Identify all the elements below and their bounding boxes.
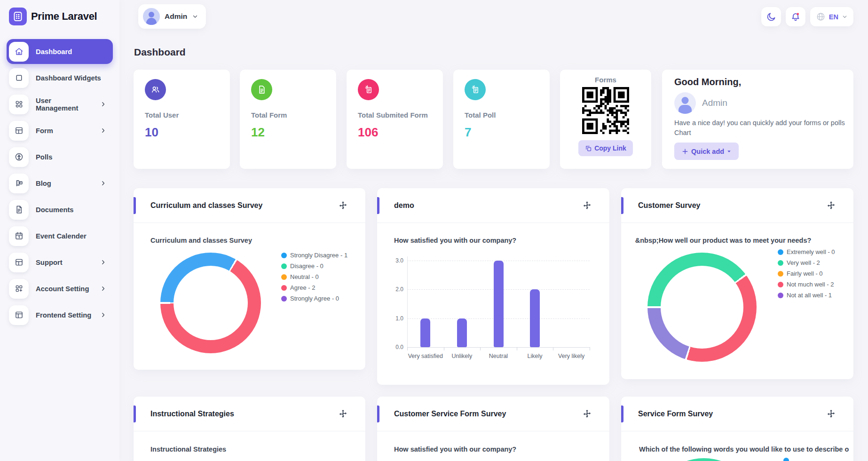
frontend-setting-icon: [9, 305, 29, 325]
legend-item[interactable]: Disagree - 0: [281, 261, 347, 271]
chevron-right-icon: [100, 312, 106, 318]
sidebar-item-event-calender[interactable]: Event Calender: [7, 223, 113, 248]
y-tick-label: 2.0: [385, 286, 403, 293]
sidebar-item-label: Polls: [36, 153, 108, 161]
avatar: [674, 92, 696, 114]
avatar: [143, 8, 160, 25]
account-setting-icon: [9, 279, 29, 299]
move-icon[interactable]: [827, 201, 836, 210]
sidebar-item-account-setting[interactable]: Account Setting: [7, 276, 113, 301]
legend-item[interactable]: Not at all well - 1: [778, 290, 835, 301]
bar-chart[interactable]: 0.01.02.03.0Very satisfiedUnlikelyNeutra…: [377, 188, 609, 385]
sidebar-item-blog[interactable]: Blog: [7, 171, 113, 196]
qr-code: [582, 87, 629, 134]
legend-dot: [281, 296, 287, 302]
chevron-right-icon: [100, 127, 106, 134]
card-title: Service Form Survey: [638, 410, 827, 418]
x-axis-line: [407, 347, 590, 348]
x-axis-tick: [444, 347, 444, 350]
legend-item[interactable]: Fairly well - 0: [778, 268, 835, 279]
sidebar-item-label: Event Calender: [36, 232, 108, 240]
y-axis-line: [407, 256, 408, 348]
sidebar-item-label: Support: [36, 259, 93, 266]
stat-card-total-poll: Total Poll 7: [453, 70, 550, 169]
sidebar-item-label: Dashboard Widgets: [36, 74, 108, 82]
move-icon[interactable]: [339, 201, 347, 210]
move-icon[interactable]: [339, 409, 347, 418]
bar[interactable]: [457, 318, 467, 348]
donut-hole: [661, 266, 743, 349]
card-title: Customer Service Form Survey: [394, 410, 583, 418]
legend-dot: [281, 263, 287, 269]
chevron-right-icon: [100, 180, 106, 186]
x-axis-tick: [517, 347, 517, 350]
legend-dot: [778, 293, 783, 298]
quick-add-label: Quick add: [691, 148, 724, 155]
copy-link-button[interactable]: Copy Link: [578, 140, 633, 156]
donut-chart[interactable]: [647, 253, 757, 362]
legend-item[interactable]: Strongly Agree - 0: [281, 293, 347, 304]
donut-chart[interactable]: [160, 253, 261, 353]
x-axis-tick: [553, 347, 553, 350]
legend-label: Not much well - 2: [787, 281, 834, 288]
legend-dot: [778, 271, 783, 277]
support-icon: [9, 253, 29, 272]
forms-qr-card: Forms Copy Link: [560, 70, 651, 169]
chart-card-customer-survey: Customer Survey &nbsp;How well our produ…: [621, 188, 853, 379]
sidebar-item-polls[interactable]: Polls: [7, 144, 113, 169]
stat-label: Total User: [145, 111, 219, 119]
legend-item[interactable]: Extremely well - 0: [778, 246, 835, 257]
card-accent-bar: [134, 197, 136, 214]
bar[interactable]: [420, 318, 430, 348]
legend-label: Agree - 2: [290, 284, 315, 291]
widget-icon: [9, 68, 29, 88]
legend-item[interactable]: Very well - 2: [778, 257, 835, 268]
sidebar-item-dashboard-widgets[interactable]: Dashboard Widgets: [7, 65, 113, 90]
greeting-title: Good Morning,: [674, 77, 841, 87]
bell-icon: [790, 12, 801, 22]
move-icon[interactable]: [583, 409, 592, 418]
forms-card-title: Forms: [595, 76, 616, 84]
brand-logo[interactable]: Prime Laravel: [9, 8, 97, 25]
moon-icon: [766, 12, 776, 22]
chart-title: Which of the following words you would l…: [639, 445, 849, 453]
legend-item[interactable]: Strongly Disagree - 1: [281, 250, 347, 261]
greeting-user-name: Admin: [702, 98, 727, 108]
dark-mode-toggle[interactable]: [761, 7, 781, 26]
sidebar-item-frontend-setting[interactable]: Frontend Setting: [7, 302, 113, 327]
notifications-button[interactable]: [786, 7, 805, 26]
caret-down-icon: [726, 149, 732, 154]
sidebar-item-form[interactable]: Form: [7, 118, 113, 143]
page-title: Dashboard: [134, 47, 186, 58]
sidebar-item-user-management[interactable]: User Management: [7, 92, 113, 117]
card-header: Service Form Survey: [621, 397, 853, 431]
legend-item[interactable]: Not much well - 2: [778, 279, 835, 290]
chart-legend: Extremely well - 0Very well - 2Fairly we…: [778, 246, 835, 301]
stat-value: 7: [465, 125, 538, 140]
quick-add-button[interactable]: Quick add: [674, 143, 739, 160]
sidebar-item-label: User Management: [36, 97, 93, 112]
admin-user-label: Admin: [165, 12, 187, 21]
stat-value: 106: [358, 125, 432, 140]
legend-dot: [778, 282, 783, 287]
sidebar-item-support[interactable]: Support: [7, 250, 113, 275]
sidebar-item-label: Form: [36, 127, 93, 135]
language-selector[interactable]: EN: [810, 7, 853, 26]
legend-item[interactable]: Neutral - 0: [281, 271, 347, 282]
bar[interactable]: [494, 261, 504, 348]
x-category-label: Very likely: [549, 353, 594, 359]
legend-label: Very well - 2: [787, 259, 820, 266]
brand-logo-icon: [9, 8, 27, 25]
donut-chart-partial: [650, 458, 758, 461]
legend-item[interactable]: Agree - 2: [281, 282, 347, 293]
admin-user-menu[interactable]: Admin: [138, 4, 206, 29]
bar[interactable]: [530, 289, 540, 347]
chevron-down-icon: [842, 14, 848, 20]
sidebar-item-dashboard[interactable]: Dashboard: [7, 39, 113, 64]
sidebar-item-documents[interactable]: Documents: [7, 197, 113, 222]
legend-dot: [281, 253, 287, 258]
legend-label: Strongly Agree - 0: [290, 295, 339, 302]
card-title: Instructional Strategies: [150, 410, 339, 418]
move-icon[interactable]: [827, 409, 836, 418]
y-tick-label: 3.0: [385, 257, 403, 264]
